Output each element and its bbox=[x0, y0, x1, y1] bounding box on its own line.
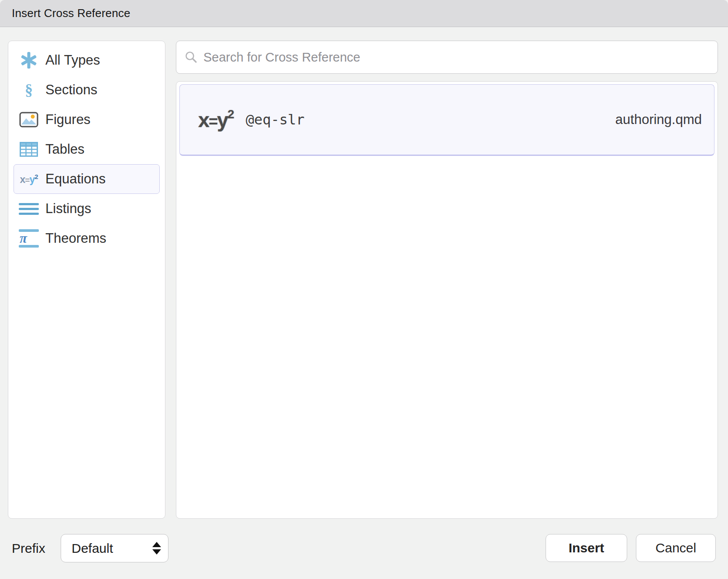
stepper-arrows-icon bbox=[152, 542, 161, 555]
search-input[interactable] bbox=[203, 50, 710, 65]
dialog-titlebar: Insert Cross Reference bbox=[0, 0, 728, 27]
insert-button[interactable]: Insert bbox=[546, 534, 627, 562]
asterisk-icon bbox=[18, 48, 39, 72]
prefix-dropdown[interactable]: Default bbox=[61, 534, 168, 562]
result-ref-id: @eq-slr bbox=[246, 111, 305, 128]
sidebar-item-label: Equations bbox=[45, 171, 106, 187]
sidebar-item-tables[interactable]: Tables bbox=[14, 134, 160, 164]
pi-theorem-icon: π bbox=[18, 226, 39, 251]
result-file-name: authoring.qmd bbox=[615, 112, 702, 128]
sidebar-item-figures[interactable]: Figures bbox=[14, 105, 160, 134]
sidebar-item-label: Tables bbox=[45, 141, 85, 157]
equation-icon: x=y2 bbox=[18, 167, 39, 191]
sidebar-item-label: All Types bbox=[45, 52, 100, 68]
image-icon bbox=[18, 107, 39, 132]
search-icon bbox=[184, 50, 198, 64]
search-box bbox=[176, 41, 718, 74]
code-lines-icon bbox=[18, 196, 39, 221]
result-row-eq-slr[interactable]: x=y2 @eq-slr authoring.qmd bbox=[179, 84, 714, 156]
sidebar-item-listings[interactable]: Listings bbox=[14, 194, 160, 224]
sidebar-item-equations[interactable]: x=y2 Equations bbox=[14, 164, 160, 194]
sidebar-item-label: Figures bbox=[45, 112, 90, 128]
sidebar-item-label: Theorems bbox=[45, 231, 106, 246]
sidebar-item-label: Sections bbox=[45, 82, 97, 98]
prefix-dropdown-value: Default bbox=[72, 541, 113, 556]
prefix-label: Prefix bbox=[12, 534, 45, 562]
type-list-panel: All Types § Sections Figures bbox=[8, 41, 165, 519]
sidebar-item-label: Listings bbox=[45, 201, 91, 217]
sidebar-item-sections[interactable]: § Sections bbox=[14, 75, 160, 105]
sidebar-item-all-types[interactable]: All Types bbox=[14, 45, 160, 75]
dialog-title: Insert Cross Reference bbox=[12, 7, 130, 20]
cancel-button[interactable]: Cancel bbox=[636, 534, 716, 562]
sidebar-item-theorems[interactable]: π Theorems bbox=[14, 224, 160, 253]
equation-preview-icon: x=y2 bbox=[198, 107, 234, 132]
table-grid-icon bbox=[18, 137, 39, 162]
results-list[interactable]: x=y2 @eq-slr authoring.qmd bbox=[176, 81, 718, 519]
section-sign-icon: § bbox=[18, 78, 39, 102]
